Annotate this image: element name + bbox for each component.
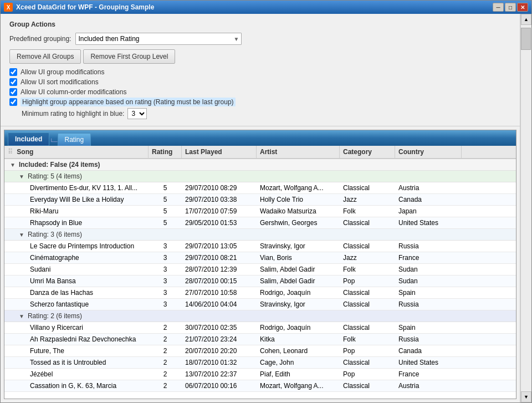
cell-lastplayed: 28/07/2010 00:15 — [182, 276, 257, 287]
table-row[interactable]: Future, The 2 20/07/2010 20:20 Cohen, Le… — [4, 345, 516, 357]
cell-rating: 3 — [149, 287, 182, 298]
cell-artist: Piaf, Edith — [257, 369, 340, 380]
scrollbar-down-button[interactable]: ▼ — [521, 391, 531, 402]
cell-country: Russia — [395, 334, 462, 345]
cell-lastplayed: 20/07/2010 20:20 — [182, 345, 257, 356]
cell-artist: Kitka — [257, 334, 340, 345]
grid-header: ⠿ Song Rating Last Played Artist Categor… — [4, 146, 516, 159]
tab-rating-label: Rating — [65, 136, 84, 144]
table-row[interactable]: Sudani 3 28/07/2010 12:39 Salim, Abdel G… — [4, 264, 516, 276]
cell-artist: Salim, Abdel Gadir — [257, 264, 340, 275]
cell-lastplayed: 06/07/2010 00:16 — [182, 380, 257, 391]
cell-rating: 2 — [149, 380, 182, 391]
table-row[interactable]: Jézébel 2 13/07/2010 22:37 Piaf, Edith P… — [4, 369, 516, 380]
allow-ui-sort-checkbox[interactable] — [9, 78, 17, 86]
col-header-artist[interactable]: Artist — [257, 146, 340, 158]
table-row[interactable]: Tossed as it is Untroubled 2 18/07/2010 … — [4, 357, 516, 369]
allow-ui-group-checkbox[interactable] — [9, 68, 17, 76]
cell-lastplayed: 29/07/2010 08:29 — [182, 182, 257, 193]
table-row[interactable]: Cinématographe 3 29/07/2010 08:21 Vian, … — [4, 252, 516, 264]
title-bar: X Xceed DataGrid for WPF - Grouping Samp… — [1, 1, 531, 14]
table-row[interactable]: Villano y Ricercari 2 30/07/2010 02:35 R… — [4, 322, 516, 334]
cell-song: Le Sacre du Printemps Introduction — [4, 241, 149, 252]
cell-category: Pop — [340, 369, 395, 380]
cell-category: Jazz — [340, 252, 395, 263]
cell-country: Canada — [395, 345, 462, 356]
cell-country: Japan — [395, 206, 462, 217]
cell-song: Cinématographe — [4, 252, 149, 263]
cell-country: Sudan — [395, 276, 462, 287]
scrollbar-track[interactable] — [521, 25, 531, 391]
cell-rating: 2 — [149, 345, 182, 356]
predefined-combo[interactable]: Included then Rating ▼ — [75, 33, 242, 45]
cell-artist: Salim, Abdel Gadir — [257, 276, 340, 287]
table-row[interactable]: Scherzo fantastique 3 14/06/2010 04:04 S… — [4, 299, 516, 310]
scrollbar-thumb[interactable] — [521, 28, 531, 50]
expand-icon-sub[interactable]: ▼ — [19, 313, 24, 319]
drag-handle-song: ⠿ — [8, 148, 13, 156]
close-button[interactable]: ✕ — [517, 3, 528, 12]
cell-artist: Cohen, Leonard — [257, 345, 340, 356]
cell-artist: Mozart, Wolfgang A... — [257, 182, 340, 193]
table-row[interactable]: Rhapsody in Blue 5 29/05/2010 01:53 Gers… — [4, 217, 516, 229]
cell-country: Sudan — [395, 264, 462, 275]
window-title: Xceed DataGrid for WPF - Grouping Sample — [16, 3, 154, 11]
cell-category: Pop — [340, 345, 395, 356]
min-rating-combo[interactable]: 3 1 2 4 5 — [127, 108, 147, 119]
cell-category: Classical — [340, 241, 395, 252]
cell-lastplayed: 14/06/2010 04:04 — [182, 299, 257, 310]
table-row[interactable]: Danza de las Hachas 3 27/07/2010 10:58 R… — [4, 287, 516, 299]
cell-category: Classical — [340, 322, 395, 333]
cell-category: Classical — [340, 182, 395, 193]
tab-connector: └─ — [49, 139, 57, 145]
allow-ui-column-checkbox[interactable] — [9, 88, 17, 96]
cell-country: Russia — [395, 241, 462, 252]
min-rating-row: Minimum rating to highlight in blue: 3 1… — [22, 108, 511, 119]
allow-ui-group-label: Allow UI group modifications — [21, 68, 104, 76]
cell-artist: Stravinsky, Igor — [257, 299, 340, 310]
col-header-lastplayed[interactable]: Last Played — [182, 146, 257, 158]
table-row[interactable]: Ah Razpasledni Raz Devchonechka 2 21/07/… — [4, 334, 516, 345]
checkbox-row-3: Allow UI column-order modifications — [9, 88, 511, 96]
table-row[interactable]: Le Sacre du Printemps Introduction 3 29/… — [4, 241, 516, 252]
highlight-label-text: Highlight group appearance based on rati… — [21, 98, 236, 106]
cell-category: Classical — [340, 357, 395, 368]
expand-icon-sub[interactable]: ▼ — [19, 232, 24, 238]
cell-song: Rhapsody in Blue — [4, 217, 149, 228]
col-header-song[interactable]: ⠿ Song — [4, 146, 149, 158]
checkbox-row-1: Allow UI group modifications — [9, 68, 511, 76]
minimize-button[interactable]: ─ — [493, 3, 504, 12]
cell-artist: Mozart, Wolfgang A... — [257, 380, 340, 391]
col-header-country[interactable]: Country — [395, 146, 462, 158]
remove-all-groups-button[interactable]: Remove All Groups — [9, 49, 81, 64]
cell-song: Future, The — [4, 345, 149, 356]
table-row[interactable]: Divertimento Es-dur, KV 113, 1. All... 5… — [4, 182, 516, 194]
left-panel: Group Actions Predefined grouping: Inclu… — [1, 14, 520, 402]
cell-lastplayed: 17/07/2010 07:59 — [182, 206, 257, 217]
table-row[interactable]: Everyday Will Be Like a Holiday 5 29/07/… — [4, 194, 516, 206]
group-tabs: Included └─ Rating — [4, 130, 516, 146]
grid-body[interactable]: ▼ Included: False (24 items)▼ Rating: 5 … — [4, 159, 516, 399]
predefined-row: Predefined grouping: Included then Ratin… — [9, 33, 511, 45]
cell-rating: 3 — [149, 264, 182, 275]
cell-category: Classical — [340, 217, 395, 228]
highlight-rating-checkbox[interactable] — [9, 98, 17, 106]
outer-scrollbar: ▲ ▼ — [520, 14, 531, 402]
maximize-button[interactable]: □ — [505, 3, 516, 12]
tab-rating[interactable]: Rating — [58, 133, 91, 146]
expand-icon[interactable]: ▼ — [10, 162, 16, 168]
remove-first-group-button[interactable]: Remove First Group Level — [83, 49, 175, 64]
cell-song: Everyday Will Be Like a Holiday — [4, 194, 149, 205]
table-row[interactable]: Cassation in G, K. 63, Marcia 2 06/07/20… — [4, 380, 516, 392]
table-row[interactable]: Umri Ma Bansa 3 28/07/2010 00:15 Salim, … — [4, 276, 516, 287]
tab-included[interactable]: Included — [8, 132, 49, 146]
min-rating-label: Minimum rating to highlight in blue: — [22, 110, 124, 118]
expand-icon-sub[interactable]: ▼ — [19, 174, 24, 180]
col-header-rating[interactable]: Rating — [149, 146, 182, 158]
cell-country: Austria — [395, 380, 462, 391]
cell-country: Spain — [395, 287, 462, 298]
table-row[interactable]: Riki-Maru 5 17/07/2010 07:59 Wadaiko Mat… — [4, 206, 516, 217]
cell-country: United States — [395, 357, 462, 368]
col-header-category[interactable]: Category — [340, 146, 395, 158]
scrollbar-up-button[interactable]: ▲ — [521, 14, 531, 25]
